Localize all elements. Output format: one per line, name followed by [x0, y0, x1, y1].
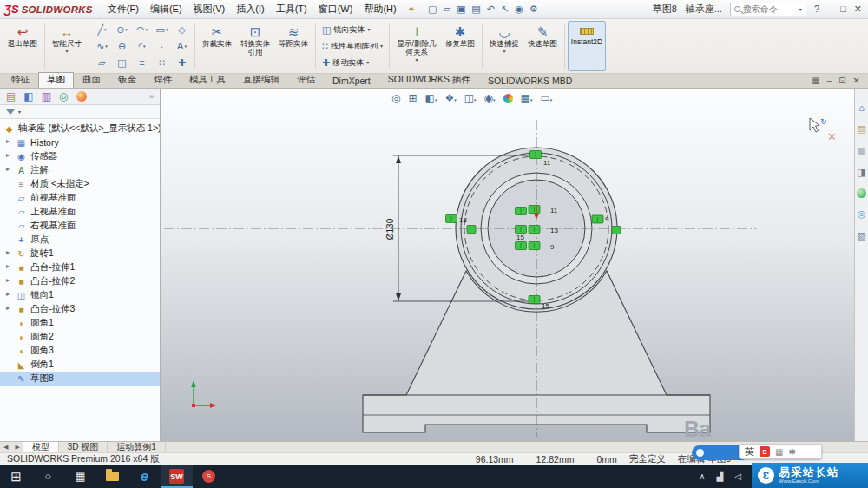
tree-item-top-plane[interactable]: ▱ 上视基准面 — [0, 205, 160, 219]
tree-item-boss-extrude2[interactable]: ■ 凸台-拉伸2 — [0, 274, 160, 288]
tab-motion-study[interactable]: 运动算例1 — [108, 442, 166, 452]
menu-tools[interactable]: 工具(T) — [271, 3, 312, 16]
save-icon[interactable]: ▣ — [457, 3, 465, 15]
exit-sketch-button[interactable]: ↩ 退出草图 — [3, 21, 42, 71]
display-manager-tab-icon[interactable] — [76, 91, 87, 102]
view-settings-icon[interactable]: ▭▾ — [540, 92, 552, 104]
ime-keyboard-icon[interactable]: ▦ — [775, 447, 783, 457]
sketch-circle-icon[interactable]: ⊙▾ — [112, 22, 132, 38]
help-icon[interactable]: ? — [814, 3, 819, 15]
menu-help[interactable]: 帮助(H) — [358, 3, 401, 16]
sketch-slot-icon[interactable]: ▱ — [92, 55, 112, 71]
convert-entities-button[interactable]: ⊡ 转换实体引用 — [236, 21, 274, 71]
new-document-icon[interactable]: ▢ — [428, 3, 437, 15]
task-view-icon[interactable]: ▦ — [64, 465, 96, 488]
linear-pattern-button[interactable]: ∷ 线性草图阵列▾ — [319, 38, 386, 54]
tab-model[interactable]: 模型 — [23, 442, 59, 452]
sketch-plane-icon[interactable]: ◫ — [112, 55, 132, 71]
taskbar-search-icon[interactable]: ○ — [32, 465, 64, 488]
sketch-line-icon[interactable]: ╱▾ — [92, 22, 112, 38]
tray-expand-icon[interactable]: ∧ — [699, 472, 705, 481]
tab-scroll-right-icon[interactable]: ▶ — [11, 442, 23, 452]
close-icon[interactable]: ✕ — [854, 3, 862, 15]
menu-edit[interactable]: 编辑(E) — [145, 3, 187, 16]
edge-browser-icon[interactable]: e — [128, 465, 161, 488]
sketch-pattern-icon[interactable]: ∷ — [152, 55, 172, 71]
panel-expand-icon[interactable]: » — [149, 92, 154, 101]
tree-filter-bar[interactable]: ▾ — [0, 105, 160, 119]
sketch-fillet-icon[interactable]: ◜▾ — [132, 38, 152, 55]
search-dropdown-icon[interactable]: ▾ — [799, 7, 802, 12]
maximize-icon[interactable]: □ — [840, 3, 846, 15]
mirror-entities-button[interactable]: ◫ 镜向实体▾ — [319, 22, 386, 37]
ime-language-label[interactable]: 英 — [745, 445, 754, 458]
tree-item-fillet1[interactable]: ◗ 圆角1 — [0, 316, 160, 330]
tab-features[interactable]: 特征 — [3, 72, 38, 88]
sketch-text-icon[interactable]: A▾ — [172, 38, 192, 55]
overlay-close-icon[interactable]: ✕ — [827, 130, 837, 143]
tab-weldments[interactable]: 焊件 — [145, 72, 181, 88]
view-palette-icon[interactable]: ◨ — [857, 167, 865, 178]
tree-item-right-plane[interactable]: ▱ 右视基准面 — [0, 219, 160, 233]
scenes-icon[interactable]: ◎ — [858, 208, 866, 220]
tab-dimxpert[interactable]: DimXpert — [324, 74, 379, 88]
open-document-icon[interactable]: ▱ — [443, 3, 450, 15]
screenshot-app-icon[interactable]: S — [193, 465, 225, 488]
move-entities-button[interactable]: ✚ 移动实体▾ — [319, 55, 386, 70]
apply-scene-icon[interactable]: ▦▾ — [521, 92, 533, 104]
options-gear-icon[interactable]: ⚙ — [529, 3, 538, 15]
solidworks-taskbar-icon[interactable]: SW — [161, 465, 193, 488]
feature-tree-tab-icon[interactable]: ▤ — [6, 91, 16, 102]
menu-window[interactable]: 窗口(W) — [313, 3, 358, 16]
start-button[interactable]: ⊞ — [0, 465, 32, 488]
tree-item-sensors[interactable]: ◉ 传感器 — [0, 149, 160, 163]
sketch-equation-icon[interactable]: ≡ — [132, 55, 152, 71]
hide-show-items-icon[interactable]: ◉▾ — [484, 92, 496, 104]
quick-snaps-button[interactable]: ◡ 快速捕捉 ▾ — [485, 21, 523, 71]
file-explorer-icon[interactable]: ▥ — [857, 145, 865, 156]
display-style-icon[interactable]: ◫▾ — [464, 92, 477, 104]
volume-icon[interactable]: ◁ — [734, 472, 741, 481]
display-relations-button[interactable]: ⊥ 显示/删除几何关系 ▾ — [392, 21, 441, 71]
tree-item-fillet2[interactable]: ◗ 圆角2 — [0, 330, 160, 344]
tree-item-fillet3[interactable]: ◗ 圆角3 — [0, 344, 160, 358]
ime-status-bar[interactable]: 英 S ▦ ✱ — [739, 444, 822, 459]
zoom-area-icon[interactable]: ⊞ — [408, 92, 417, 104]
edit-appearance-icon[interactable] — [503, 94, 513, 103]
tree-item-revolve1[interactable]: ↻ 旋转1 — [0, 247, 160, 260]
tab-sketch[interactable]: 草图 — [38, 72, 74, 88]
rapid-sketch-button[interactable]: ✎ 快速草图 — [523, 21, 562, 71]
graphics-viewport[interactable]: Ø130 — [161, 89, 854, 441]
view-orientation-icon[interactable]: ❖▾ — [444, 92, 456, 104]
tab-direct-editing[interactable]: 直接编辑 — [234, 72, 288, 88]
smart-dimension-button[interactable]: ↔ 智能尺寸 ▾ — [48, 21, 86, 71]
dimxpert-manager-tab-icon[interactable]: ◎ — [59, 91, 68, 102]
tab-scroll-left-icon[interactable]: ◀ — [0, 442, 11, 452]
appearances-icon[interactable] — [857, 188, 866, 198]
doc-minimize-icon[interactable]: ‒ — [827, 76, 832, 85]
section-view-icon[interactable]: ◧▾ — [425, 92, 437, 104]
trim-entities-button[interactable]: ✂ 剪裁实体 — [198, 21, 236, 71]
sogou-ime-icon[interactable]: S — [760, 446, 770, 457]
menu-file[interactable]: 文件(F) — [102, 3, 144, 16]
ime-settings-icon[interactable]: ✱ — [788, 447, 795, 457]
filter-dropdown-icon[interactable]: ▾ — [18, 109, 21, 115]
tab-mold-tools[interactable]: 模具工具 — [181, 72, 234, 88]
tree-item-boss-extrude3[interactable]: ■ 凸台-拉伸3 — [0, 302, 160, 316]
resources-home-icon[interactable]: ⌂ — [858, 102, 865, 113]
menu-pin-icon[interactable]: ✦ — [408, 4, 415, 14]
minimize-icon[interactable]: ‒ — [827, 3, 832, 15]
configuration-manager-tab-icon[interactable]: ▥ — [42, 91, 51, 102]
tree-item-chamfer1[interactable]: ◣ 倒角1 — [0, 358, 160, 372]
instant2d-toggle[interactable]: Instant2D — [568, 21, 606, 71]
tab-evaluate[interactable]: 评估 — [288, 72, 324, 88]
tree-item-origin[interactable]: + 原点 — [0, 233, 160, 247]
sketch-point-icon[interactable]: ∙ — [152, 38, 172, 55]
tree-item-sketch8[interactable]: ✎ 草图8 — [0, 372, 160, 386]
tab-sheet-metal[interactable]: 钣金 — [109, 72, 145, 88]
command-search[interactable]: ▾ — [730, 3, 806, 16]
repair-sketch-button[interactable]: ✱ 修复草图 — [441, 21, 479, 71]
tab-3d-views[interactable]: 3D 视图 — [59, 442, 108, 452]
design-library-icon[interactable]: ▤ — [857, 123, 865, 135]
tree-item-boss-extrude1[interactable]: ■ 凸台-拉伸1 — [0, 260, 160, 274]
